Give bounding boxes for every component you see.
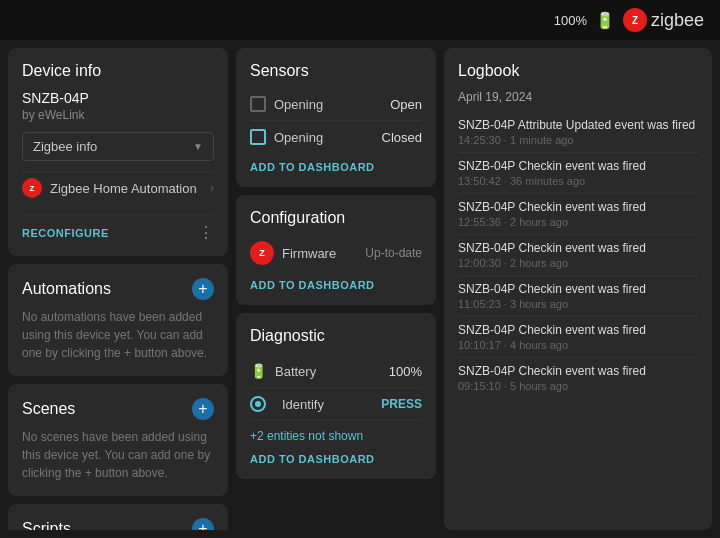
automations-empty-text: No automations have been added using thi… [22, 308, 214, 362]
chevron-down-icon: ▼ [193, 141, 203, 152]
scenes-card: Scenes + No scenes have been added using… [8, 384, 228, 496]
log-entry-1: SNZB-04P Checkin event was fired 13:50:4… [458, 153, 698, 194]
sensor-row-1: Opening Open [250, 90, 422, 118]
log-title-4: SNZB-04P Checkin event was fired [458, 282, 698, 296]
sensors-title: Sensors [250, 62, 422, 80]
sensor-label-1: Opening [274, 97, 382, 112]
log-time-1: 13:50:42 · 36 minutes ago [458, 175, 698, 187]
log-entries: SNZB-04P Attribute Updated event was fir… [458, 112, 698, 516]
top-bar: 100% 🔋 Z zigbee [0, 0, 720, 40]
sensor-icon-closed [250, 129, 266, 145]
device-info-card: Device info SNZB-04P by eWeLink Zigbee i… [8, 48, 228, 256]
scripts-card: Scripts + No scripts have been added usi… [8, 504, 228, 530]
zigbee-label: zigbee [651, 10, 704, 31]
device-info-title: Device info [22, 62, 214, 80]
firmware-label: Firmware [282, 246, 357, 261]
logbook-title: Logbook [458, 62, 698, 80]
dropdown-label: Zigbee info [33, 139, 97, 154]
battery-icon: 🔋 [595, 11, 615, 30]
firmware-zigbee-icon: Z [250, 241, 274, 265]
scenes-empty-text: No scenes have been added using this dev… [22, 428, 214, 482]
entities-not-shown-link[interactable]: +2 entities not shown [250, 429, 422, 443]
add-script-button[interactable]: + [192, 518, 214, 530]
sensor-value-2: Closed [382, 130, 422, 145]
identify-icon [250, 396, 266, 412]
diagnostic-add-dashboard-button[interactable]: ADD TO DASHBOARD [250, 453, 422, 465]
sensor-row-2: Opening Closed [250, 123, 422, 151]
firmware-row: Z Firmware Up-to-date [250, 237, 422, 269]
sensor-value-1: Open [390, 97, 422, 112]
sensor-icon-open [250, 96, 266, 112]
scripts-title: Scripts [22, 520, 71, 530]
log-time-0: 14:25:30 · 1 minute ago [458, 134, 698, 146]
middle-column: Sensors Opening Open Opening Closed ADD … [236, 48, 436, 530]
zigbee-circle-icon: Z [623, 8, 647, 32]
log-time-5: 10:10:17 · 4 hours ago [458, 339, 698, 351]
config-add-dashboard-button[interactable]: ADD TO DASHBOARD [250, 279, 422, 291]
log-time-3: 12:00:30 · 2 hours ago [458, 257, 698, 269]
configuration-card: Configuration Z Firmware Up-to-date ADD … [236, 195, 436, 305]
automations-title: Automations [22, 280, 111, 298]
add-scene-button[interactable]: + [192, 398, 214, 420]
battery-diag-icon: 🔋 [250, 363, 267, 379]
log-entry-5: SNZB-04P Checkin event was fired 10:10:1… [458, 317, 698, 358]
battery-label: Battery [275, 364, 381, 379]
log-title-3: SNZB-04P Checkin event was fired [458, 241, 698, 255]
log-time-2: 12:55:36 · 2 hours ago [458, 216, 698, 228]
log-time-4: 11:05:23 · 3 hours ago [458, 298, 698, 310]
diagnostic-title: Diagnostic [250, 327, 422, 345]
more-options-button[interactable]: ⋮ [198, 223, 214, 242]
log-entry-4: SNZB-04P Checkin event was fired 11:05:2… [458, 276, 698, 317]
device-bottom-actions: RECONFIGURE ⋮ [22, 214, 214, 242]
zigbee-logo: Z zigbee [623, 8, 704, 32]
battery-percent: 100% [554, 13, 587, 28]
firmware-value: Up-to-date [365, 246, 422, 260]
battery-row: 🔋 Battery 100% [250, 355, 422, 388]
automations-card: Automations + No automations have been a… [8, 264, 228, 376]
logbook-card: Logbook April 19, 2024 SNZB-04P Attribut… [444, 48, 712, 530]
zigbee-info-dropdown[interactable]: Zigbee info ▼ [22, 132, 214, 161]
identify-press-button[interactable]: PRESS [381, 397, 422, 411]
log-title-2: SNZB-04P Checkin event was fired [458, 200, 698, 214]
log-time-6: 09:15:10 · 5 hours ago [458, 380, 698, 392]
logbook-date: April 19, 2024 [458, 90, 698, 104]
left-column: Device info SNZB-04P by eWeLink Zigbee i… [8, 48, 228, 530]
identify-label: Identify [282, 397, 373, 412]
log-title-1: SNZB-04P Checkin event was fired [458, 159, 698, 173]
identify-row: Identify PRESS [250, 388, 422, 421]
zigbee-row-label: Zigbee Home Automation [50, 181, 202, 196]
scenes-header: Scenes + [22, 398, 214, 420]
log-entry-6: SNZB-04P Checkin event was fired 09:15:1… [458, 358, 698, 398]
sensor-label-2: Opening [274, 130, 374, 145]
add-automation-button[interactable]: + [192, 278, 214, 300]
device-sub: by eWeLink [22, 108, 214, 122]
battery-diag-value: 100% [389, 364, 422, 379]
scenes-title: Scenes [22, 400, 75, 418]
right-column: Logbook April 19, 2024 SNZB-04P Attribut… [444, 48, 712, 530]
log-entry-0: SNZB-04P Attribute Updated event was fir… [458, 112, 698, 153]
log-entry-3: SNZB-04P Checkin event was fired 12:00:3… [458, 235, 698, 276]
zigbee-home-row[interactable]: Z Zigbee Home Automation › [22, 171, 214, 204]
configuration-title: Configuration [250, 209, 422, 227]
sensor-divider [250, 120, 422, 121]
diagnostic-card: Diagnostic 🔋 Battery 100% Identify PRESS… [236, 313, 436, 479]
device-name: SNZB-04P [22, 90, 214, 106]
main-content: Device info SNZB-04P by eWeLink Zigbee i… [0, 40, 720, 538]
reconfigure-button[interactable]: RECONFIGURE [22, 227, 109, 239]
chevron-right-icon: › [210, 181, 214, 195]
scripts-header: Scripts + [22, 518, 214, 530]
log-title-5: SNZB-04P Checkin event was fired [458, 323, 698, 337]
log-title-6: SNZB-04P Checkin event was fired [458, 364, 698, 378]
log-entry-2: SNZB-04P Checkin event was fired 12:55:3… [458, 194, 698, 235]
sensors-add-dashboard-button[interactable]: ADD TO DASHBOARD [250, 161, 422, 173]
sensors-card: Sensors Opening Open Opening Closed ADD … [236, 48, 436, 187]
log-title-0: SNZB-04P Attribute Updated event was fir… [458, 118, 698, 132]
zigbee-row-icon: Z [22, 178, 42, 198]
automations-header: Automations + [22, 278, 214, 300]
